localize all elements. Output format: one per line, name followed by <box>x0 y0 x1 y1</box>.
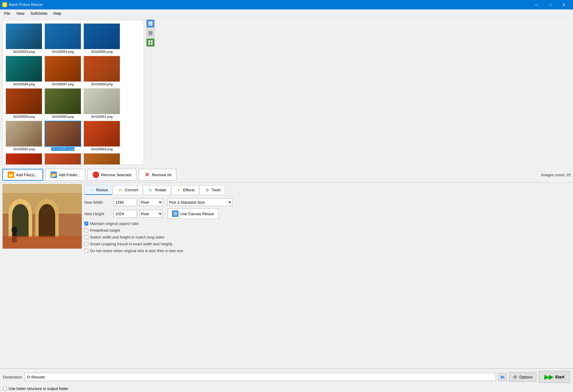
predefined-height-checkbox[interactable] <box>84 228 88 232</box>
title-bar: 🖼 Batch Picture Resizer — □ ✕ <box>0 0 573 9</box>
switch-wh-checkbox[interactable] <box>84 235 88 239</box>
menu-help[interactable]: Help <box>50 10 64 17</box>
standard-size-select[interactable]: Pick a Standard Size 800x600 1024x768 12… <box>168 198 233 206</box>
resize-form: New Width Pixel Percent Inch cm Pick a S… <box>84 196 571 255</box>
list-item[interactable]: SH100557.png <box>44 55 82 86</box>
destination-label: Destination <box>3 375 22 379</box>
new-height-label: New Height <box>84 212 111 216</box>
preview-panel <box>2 184 82 249</box>
resize-tab-icon: ↔ <box>89 187 95 193</box>
svg-rect-10 <box>151 43 153 45</box>
height-unit-select[interactable]: Pixel Percent Inch cm <box>139 210 163 218</box>
remove-all-icon: ✕ <box>144 172 150 178</box>
use-folder-checkbox[interactable] <box>3 387 7 391</box>
menu-softorbits[interactable]: SoftOrbits <box>27 10 50 17</box>
maintain-aspect-checkbox[interactable] <box>84 222 88 226</box>
app-icon: 🖼 <box>2 2 7 7</box>
bottom-panel: ↔ Resize ⇄ Convert ↻ Rotate ✦ Effects ⚙ <box>0 183 573 368</box>
use-folder-row: Use folder structure in output folder <box>0 385 573 392</box>
canvas-icon: 🖼 <box>172 210 179 217</box>
list-item[interactable]: SH100559.png <box>5 88 43 119</box>
add-folder-button[interactable]: 📂 Add Folder... <box>45 169 86 181</box>
image-gallery: SH100553.pngSH100554.pngSH100555.pngSH10… <box>2 20 144 165</box>
list-item[interactable]: SH100554.png <box>44 23 82 54</box>
list-item[interactable]: SH100565.png <box>5 153 43 165</box>
svg-rect-9 <box>148 43 150 45</box>
new-width-label: New Width <box>84 200 111 205</box>
menu-bar: File View SoftOrbits Help <box>0 9 573 18</box>
add-files-icon: 📁 <box>8 172 14 178</box>
svg-rect-7 <box>148 40 150 42</box>
tabs: ↔ Resize ⇄ Convert ↻ Rotate ✦ Effects ⚙ <box>84 184 571 196</box>
list-item[interactable]: SH100555.png <box>83 23 121 54</box>
width-row: New Width Pixel Percent Inch cm <box>84 198 163 206</box>
list-item[interactable]: SH100561.png <box>83 88 121 119</box>
main-container: SH100553.pngSH100554.pngSH100555.pngSH10… <box>0 18 573 392</box>
smart-crop-row: Smart cropping (result in exact width an… <box>84 242 571 246</box>
tab-convert[interactable]: ⇄ Convert <box>113 185 143 195</box>
use-folder-label: Use folder structure in output folder <box>9 386 68 391</box>
view-list-large-icon[interactable] <box>146 19 155 28</box>
switch-wh-row: Switch width and height to match long si… <box>84 235 571 239</box>
remove-selected-button[interactable]: 🚫 Remove Selected <box>88 169 136 181</box>
no-resize-small-checkbox[interactable] <box>84 249 88 253</box>
options-button[interactable]: Options <box>509 372 536 382</box>
svg-point-25 <box>514 376 516 378</box>
tab-effects[interactable]: ✦ Effects <box>171 185 199 195</box>
list-item[interactable]: SH100556.png <box>5 55 43 86</box>
start-button[interactable]: ▶▶ Start <box>539 371 570 383</box>
menu-file[interactable]: File <box>1 10 13 17</box>
view-list-icon[interactable] <box>146 29 155 37</box>
canvas-resize-button[interactable]: 🖼 Use Canvas Resize <box>168 208 218 219</box>
destination-bar: Destination Options ▶▶ Start <box>0 368 573 385</box>
list-item[interactable]: SH100566.png <box>44 153 82 165</box>
tools-tab-icon: ⚙ <box>204 187 210 193</box>
smart-crop-checkbox[interactable] <box>84 242 88 246</box>
destination-input[interactable] <box>24 373 496 381</box>
effects-tab-icon: ✦ <box>176 187 182 193</box>
view-grid-icon[interactable] <box>146 38 155 47</box>
close-button[interactable]: ✕ <box>557 0 571 9</box>
svg-rect-4 <box>148 32 153 33</box>
height-input[interactable] <box>113 210 137 218</box>
maximize-button[interactable]: □ <box>543 0 557 9</box>
toolbar: 📁 Add File(s)... 📂 Add Folder... 🚫 Remov… <box>0 167 573 183</box>
height-row: New Height Pixel Percent Inch cm <box>84 210 163 218</box>
rotate-tab-icon: ↻ <box>148 187 153 193</box>
list-item[interactable]: SH100562.png <box>5 120 43 151</box>
list-item[interactable]: SH100563.png <box>44 120 82 151</box>
svg-rect-0 <box>148 22 153 23</box>
convert-tab-icon: ⇄ <box>117 187 123 193</box>
tab-resize[interactable]: ↔ Resize <box>84 185 112 195</box>
controls-panel: ↔ Resize ⇄ Convert ↻ Rotate ✦ Effects ⚙ <box>84 184 571 367</box>
list-item[interactable]: SH100558.png <box>83 55 121 86</box>
no-resize-small-row: Do not resize when original size is less… <box>84 249 571 253</box>
svg-rect-5 <box>148 34 153 34</box>
remove-all-button[interactable]: ✕ Remove All <box>139 169 176 181</box>
svg-rect-3 <box>148 31 153 32</box>
svg-rect-6 <box>148 35 153 35</box>
minimize-button[interactable]: — <box>530 0 543 9</box>
svg-point-21 <box>12 226 17 233</box>
svg-rect-23 <box>3 236 82 249</box>
add-files-button[interactable]: 📁 Add File(s)... <box>2 169 43 181</box>
remove-selected-icon: 🚫 <box>93 172 99 178</box>
svg-rect-20 <box>39 215 55 237</box>
window-controls: — □ ✕ <box>530 0 571 9</box>
preview-image <box>3 184 82 249</box>
svg-rect-8 <box>151 40 153 42</box>
predefined-height-row: Predefined height <box>84 228 571 233</box>
tab-rotate[interactable]: ↻ Rotate <box>143 185 171 195</box>
menu-view[interactable]: View <box>13 10 27 17</box>
maintain-aspect-row: Maintain original aspect ratio <box>84 221 571 226</box>
app-title: Batch Picture Resizer <box>9 3 43 7</box>
list-item[interactable]: SH100567.png <box>83 153 121 165</box>
width-input[interactable] <box>113 198 137 206</box>
tab-tools[interactable]: ⚙ Tools <box>200 185 225 195</box>
options-label: Options <box>519 375 533 379</box>
list-item[interactable]: SH100553.png <box>5 23 43 54</box>
width-unit-select[interactable]: Pixel Percent Inch cm <box>139 198 163 206</box>
list-item[interactable]: SH100560.png <box>44 88 82 119</box>
destination-browse-button[interactable] <box>498 373 507 381</box>
list-item[interactable]: SH100564.png <box>83 120 121 151</box>
